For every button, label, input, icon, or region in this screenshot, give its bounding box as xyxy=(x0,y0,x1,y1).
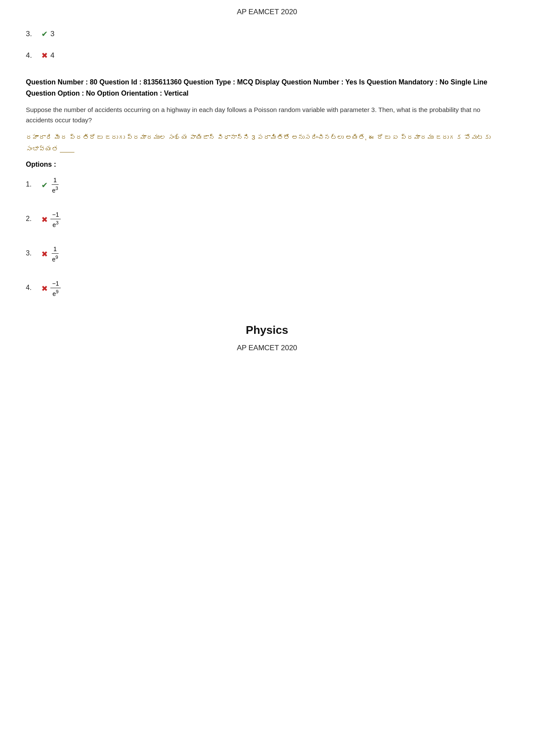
prev-option-4-cross-icon: ✖ xyxy=(41,51,48,60)
option-2-denominator: e3 xyxy=(51,219,60,229)
header-title: AP EAMCET 2020 xyxy=(237,8,297,16)
option-3-numerator: 1 xyxy=(52,245,59,254)
prev-option-3-number: 3. xyxy=(26,30,41,38)
option-2-row: 2. ✖ −1 e3 xyxy=(26,211,508,229)
question-text-english: Suppose the number of accidents occurrin… xyxy=(26,105,508,125)
question-text-telugu: రహాదారి మీద ప్రతిరోజు జరుగు ప్రమాదముల సం… xyxy=(26,131,508,155)
content-area: 3. ✔ 3 4. ✖ 4 Question Number : 80 Quest… xyxy=(0,21,534,298)
option-3-row: 3. ✖ 1 e9 xyxy=(26,245,508,263)
option-1-denominator: e3 xyxy=(50,185,60,194)
option-3-number: 3. xyxy=(26,245,41,257)
option-3-cross-icon: ✖ xyxy=(41,245,48,259)
option-1-row: 1. ✔ 1 e3 xyxy=(26,176,508,194)
prev-option-4-value: 4 xyxy=(50,51,54,60)
prev-options: 3. ✔ 3 4. ✖ 4 xyxy=(26,29,508,60)
option-2-cross-icon: ✖ xyxy=(41,211,48,224)
options-label: Options : xyxy=(26,161,508,168)
option-2-number: 2. xyxy=(26,211,41,223)
option-4-numerator: −1 xyxy=(50,280,61,288)
prev-option-4: 4. ✖ 4 xyxy=(26,51,508,60)
option-4-fraction: −1 e9 xyxy=(50,280,61,298)
prev-option-4-number: 4. xyxy=(26,51,41,60)
prev-option-3-value: 3 xyxy=(50,30,54,38)
option-2-fraction: −1 e3 xyxy=(50,211,61,229)
option-1-numerator: 1 xyxy=(52,176,59,185)
prev-option-3-check-icon: ✔ xyxy=(41,29,48,39)
option-3-denominator: e9 xyxy=(50,254,60,263)
section-title: Physics xyxy=(0,324,534,337)
question-meta: Question Number : 80 Question Id : 81356… xyxy=(26,77,508,99)
option-4-number: 4. xyxy=(26,280,41,292)
option-4-row: 4. ✖ −1 e9 xyxy=(26,280,508,298)
page-header: AP EAMCET 2020 xyxy=(0,0,534,21)
option-2-numerator: −1 xyxy=(50,211,61,219)
question-block: Question Number : 80 Question Id : 81356… xyxy=(26,77,508,298)
page-footer: AP EAMCET 2020 xyxy=(0,344,534,361)
option-4-cross-icon: ✖ xyxy=(41,280,48,293)
option-3-fraction: 1 e9 xyxy=(50,245,60,263)
option-1-fraction: 1 e3 xyxy=(50,176,60,194)
option-1-check-icon: ✔ xyxy=(41,176,48,190)
option-4-denominator: e9 xyxy=(51,288,60,298)
prev-option-3: 3. ✔ 3 xyxy=(26,29,508,39)
option-1-number: 1. xyxy=(26,176,41,188)
